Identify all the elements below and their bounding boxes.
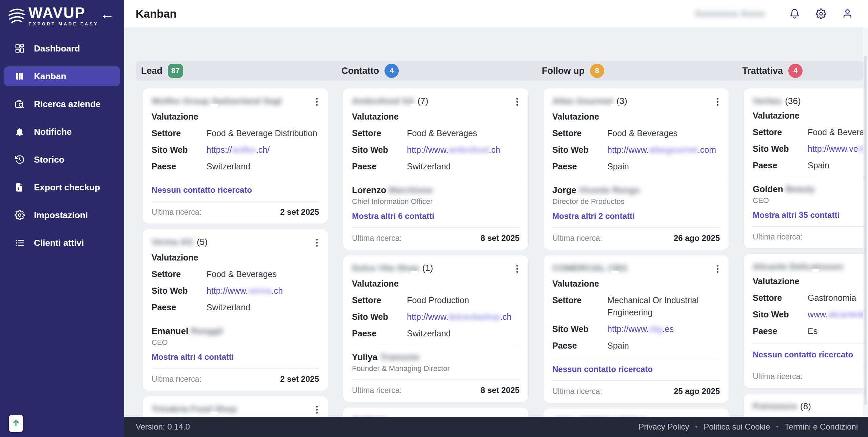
card-menu-button[interactable] [515,263,519,275]
card-menu-button[interactable] [715,96,720,108]
country-value: Spain [808,159,868,171]
kanban-card[interactable]: Gabbani (1) Valutazione [343,408,528,417]
company-name: Verma AG (5) [152,237,208,248]
kanban-card[interactable]: JASA INTERNACIONAL (1) Valutazione [544,409,729,417]
sidebar-item-label: Export checkup [34,182,100,193]
field-label: Valutazione [753,275,808,287]
card-menu-button[interactable] [315,96,319,108]
website-link[interactable]: https://wolfex.ch/ [206,144,319,156]
website-link[interactable]: www.alicantedeli [808,308,868,320]
user-profile-button[interactable] [842,8,853,20]
kanban-card[interactable]: Trinakria Food Shop Valutazione Settore … [143,396,328,417]
website-link[interactable]: http://www.ambrofood.ch [407,144,519,156]
sidebar-item-ricerca-aziende[interactable]: Ricerca aziende [0,94,124,114]
divider [552,227,720,228]
card-menu-button[interactable] [515,96,519,108]
contact-role: Director de Productos [552,197,720,206]
sidebar-item-clienti-attivi[interactable]: Clienti attivi [0,233,124,253]
field-label: Settore [552,294,607,306]
website-link[interactable]: http://www.dolcevitashop.ch [407,311,519,323]
terms-link[interactable]: Termini e Condizioni [785,422,858,432]
show-more-contacts-link[interactable]: Mostra altri 6 contatti [352,211,434,221]
vertical-scrollbar[interactable] [863,27,868,417]
kanban-card[interactable]: COMERCIAL CBG Valutazione Settore Mechan… [544,255,729,403]
card-menu-button[interactable] [315,404,319,416]
website-link[interactable]: http://www.cbg.es [607,323,720,335]
collapse-sidebar-button[interactable]: ← [98,5,117,24]
no-contact-link[interactable]: Nessun contatto ricercato [152,185,252,195]
notifications-bell-button[interactable] [789,8,800,20]
company-name-blurred: Potremora [753,401,797,412]
field-label: Sito Web [552,144,607,156]
page-title: Kanban [136,7,177,20]
sidebar-item-notifiche[interactable]: Notifiche [0,122,124,142]
field-label: Sito Web [352,311,407,323]
privacy-policy-link[interactable]: Privacy Policy [638,422,689,432]
kanban-icon [14,71,25,82]
scroll-to-top-button[interactable] [9,415,23,432]
kanban-card[interactable]: Verma AG (5) Valutazione Settore Food & … [143,229,328,391]
field-label: Sito Web [352,144,407,156]
last-search-label: Ultima ricerca: [152,375,201,384]
divider [753,366,868,366]
contact-name: Jorge Vicente Rengo [552,185,720,195]
contact-name: Emanuel Renggli [152,326,319,336]
kanban-card[interactable]: Potremora (8) Valutazione Settore Food &… [744,394,868,417]
version-text: Version: 0.14.0 [136,422,190,432]
divider [152,368,319,369]
field-label: Sito Web [152,285,206,297]
bell-icon [14,126,25,137]
divider [352,346,519,346]
industry-value: Food & Beverages [407,127,519,139]
last-search-label: Ultima ricerca: [152,208,201,217]
industry-value: Gastronomia [808,292,868,304]
company-name: Potremora (8) [753,401,811,412]
footer: Version: 0.14.0 Privacy Policy • Politic… [124,417,868,437]
kanban-card[interactable]: Alicante Delicatessen Valutazione Settor… [744,254,868,388]
divider [352,227,519,228]
contact-block: Emanuel Renggli CEO Mostra altri 4 conta… [152,326,319,362]
sidebar-item-storico[interactable]: Storico [0,150,124,169]
contact-count: (1) [422,263,433,273]
show-more-contacts-link[interactable]: Mostra altri 4 contatti [152,352,234,362]
field-label: Paese [152,160,206,172]
show-more-contacts-link[interactable]: Mostra altri 35 contatti [753,210,840,220]
kanban-card[interactable]: Ambrofood SA (7) Valutazione Settore Foo… [343,88,528,250]
sidebar: WAVUP EXPORT MADE EASY ← Dashboard Kanba… [0,0,124,437]
kanban-column-trattativa: Veritas (36) Valutazione Settore Food & … [744,88,868,417]
cookie-policy-link[interactable]: Politica sui Cookie [704,422,770,432]
contact-block: Lorenzo Marchione Chief Information Offi… [352,185,519,221]
no-contact-link[interactable]: Nessun contatto ricercato [753,350,853,359]
sidebar-item-dashboard[interactable]: Dashboard [0,39,124,58]
sidebar-item-kanban[interactable]: Kanban [4,66,120,86]
no-contact-link[interactable]: Nessun contatto ricercato [552,365,653,374]
kanban-card[interactable]: Atlas Gourmet (3) Valutazione Settore Fo… [544,88,729,250]
kanban-card[interactable]: Veritas (36) Valutazione Settore Food & … [744,88,868,248]
contact-count: (5) [197,237,208,247]
last-search-date: 2 set 2025 [280,374,319,384]
scrollbar-thumb[interactable] [864,56,867,405]
contact-block: Jorge Vicente Rengo Director de Producto… [552,185,720,221]
last-search-label: Ultima ricerca: [552,234,602,243]
kanban-card[interactable]: Wolfex Group Switzerland Sagl Valutazion… [143,88,328,224]
show-more-contacts-link[interactable]: Mostra altri 2 contatti [552,211,635,221]
sidebar-item-label: Dashboard [34,43,80,54]
field-label: Settore [352,294,407,306]
user-name-blurred: Xxxxxxxxx Xxxxx [695,9,765,19]
field-label: Valutazione [152,251,206,264]
kanban-card[interactable]: Dolce Vita Shop (1) Valutazione Settore … [343,255,528,402]
divider [152,179,319,179]
settings-gear-button[interactable] [815,8,827,20]
card-menu-button[interactable] [315,237,319,249]
arrow-up-icon [12,418,20,429]
field-label: Settore [152,127,206,139]
field-label: Sito Web [753,308,808,320]
sidebar-item-impostazioni[interactable]: Impostazioni [0,205,124,225]
divider [152,320,319,320]
website-link[interactable]: http://www.veritas.es [808,143,868,155]
website-link[interactable]: http://www.verma.ch [206,285,319,297]
website-link[interactable]: http://www.atlasgourmet.com [607,144,720,156]
divider [552,358,720,358]
sidebar-item-export-checkup[interactable]: Export checkup [0,178,124,197]
card-menu-button[interactable] [715,263,720,275]
